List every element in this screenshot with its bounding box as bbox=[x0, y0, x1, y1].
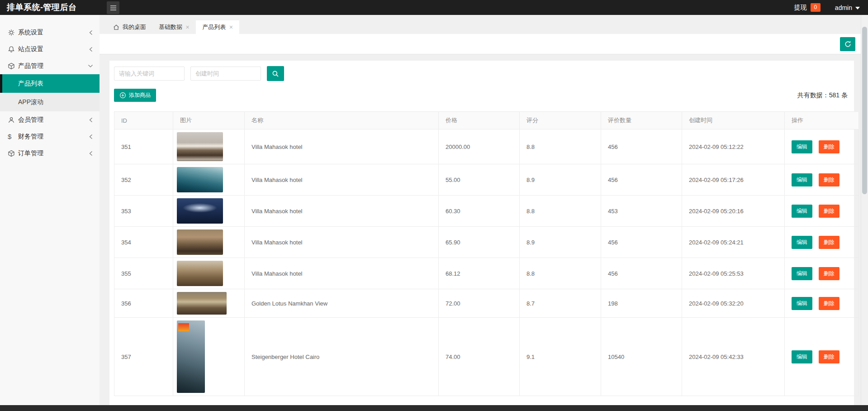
cell-name: Villa Mahasok hotel bbox=[245, 164, 439, 196]
cell-image bbox=[173, 129, 245, 164]
search-icon bbox=[272, 70, 279, 77]
tab-label: 产品列表 bbox=[202, 20, 226, 34]
username: admin bbox=[835, 4, 852, 11]
user-icon bbox=[8, 111, 15, 128]
sidebar-item-label: 系统设置 bbox=[18, 29, 43, 36]
cell-price: 65.90 bbox=[439, 227, 520, 258]
edit-button[interactable]: 编辑 bbox=[792, 236, 812, 249]
cell-image bbox=[173, 318, 245, 396]
cell-name: Villa Mahasok hotel bbox=[245, 227, 439, 258]
cube-icon bbox=[8, 57, 15, 74]
vertical-scrollbar bbox=[861, 15, 868, 405]
sidebar-item-product-management[interactable]: 产品管理 bbox=[0, 57, 100, 74]
chevron-left-icon bbox=[89, 24, 93, 41]
delete-button[interactable]: 删除 bbox=[819, 173, 840, 186]
cell-created: 2024-02-09 05:42:33 bbox=[682, 318, 785, 396]
tabbar: 我的桌面 基础数据 ✕ 产品列表 ✕ bbox=[100, 15, 861, 34]
topbar: 排单系统-管理后台 提现 0 admin bbox=[0, 0, 868, 15]
product-image bbox=[177, 132, 223, 161]
tab-my-desktop[interactable]: 我的桌面 bbox=[107, 20, 152, 34]
product-image bbox=[177, 292, 227, 315]
product-image bbox=[177, 167, 223, 192]
chevron-down-icon bbox=[88, 57, 93, 74]
delete-button[interactable]: 删除 bbox=[819, 297, 840, 310]
edit-button[interactable]: 编辑 bbox=[792, 205, 812, 218]
cell-reviews: 10540 bbox=[601, 318, 682, 396]
cell-score: 8.9 bbox=[520, 164, 601, 196]
app-title: 排单系统-管理后台 bbox=[7, 0, 77, 15]
delete-button[interactable]: 删除 bbox=[819, 350, 840, 363]
cell-id: 352 bbox=[114, 164, 173, 196]
delete-button[interactable]: 删除 bbox=[819, 236, 840, 249]
cell-actions: 编辑 删除 bbox=[785, 289, 859, 318]
delete-button[interactable]: 删除 bbox=[819, 140, 840, 153]
cell-score: 8.8 bbox=[520, 129, 601, 164]
withdraw-badge: 0 bbox=[811, 3, 821, 12]
actions-row: 添加商品 共有数据：581 条 bbox=[114, 89, 849, 102]
cell-created: 2024-02-09 05:12:22 bbox=[682, 129, 785, 164]
table-header: ID 图片 名称 价格 评分 评价数量 创建时间 操作 bbox=[114, 112, 859, 129]
tab-basic-data[interactable]: 基础数据 ✕ bbox=[152, 20, 196, 34]
created-time-input[interactable] bbox=[190, 67, 261, 81]
sidebar-subitem-product-list[interactable]: 产品列表 bbox=[0, 74, 100, 93]
product-submenu: 产品列表 APP滚动 bbox=[0, 74, 100, 111]
cell-reviews: 456 bbox=[601, 129, 682, 164]
search-row bbox=[114, 66, 849, 81]
cell-actions: 编辑 删除 bbox=[785, 318, 859, 396]
caret-down-icon bbox=[855, 7, 860, 10]
edit-button[interactable]: 编辑 bbox=[792, 350, 812, 363]
sidebar-item-label: 会员管理 bbox=[18, 116, 43, 123]
sidebar-item-site-settings[interactable]: 站点设置 bbox=[0, 41, 100, 57]
product-image bbox=[177, 320, 205, 393]
edit-button[interactable]: 编辑 bbox=[792, 140, 812, 153]
cell-id: 353 bbox=[114, 196, 173, 227]
cell-created: 2024-02-09 05:20:16 bbox=[682, 196, 785, 227]
chevron-left-icon bbox=[89, 145, 93, 162]
edit-button[interactable]: 编辑 bbox=[792, 297, 812, 310]
add-product-label: 添加商品 bbox=[129, 91, 151, 99]
products-table: ID 图片 名称 价格 评分 评价数量 创建时间 操作 351 Villa Ma… bbox=[114, 111, 859, 396]
user-menu[interactable]: admin bbox=[835, 4, 860, 11]
total-count-text: 共有数据：581 条 bbox=[797, 91, 849, 100]
sidebar-item-label: 订单管理 bbox=[18, 149, 43, 157]
withdraw-link[interactable]: 提现 0 bbox=[794, 3, 821, 12]
sidebar-item-finance-management[interactable]: $ 财务管理 bbox=[0, 128, 100, 145]
scrollbar-thumb[interactable] bbox=[862, 27, 867, 194]
table-row: 351 Villa Mahasok hotel 20000.00 8.8 456… bbox=[114, 129, 859, 164]
delete-button[interactable]: 删除 bbox=[819, 205, 840, 218]
chevron-left-icon bbox=[89, 111, 93, 128]
sidebar: 系统设置 站点设置 产品管理 产品列表 bbox=[0, 15, 100, 405]
cell-image bbox=[173, 289, 245, 318]
sidebar-subitem-app-scroll[interactable]: APP滚动 bbox=[0, 93, 100, 111]
keyword-input[interactable] bbox=[114, 67, 185, 81]
cell-actions: 编辑 删除 bbox=[785, 227, 859, 258]
edit-button[interactable]: 编辑 bbox=[792, 267, 812, 280]
tab-product-list[interactable]: 产品列表 ✕ bbox=[196, 20, 239, 34]
home-icon bbox=[113, 24, 119, 30]
edit-button[interactable]: 编辑 bbox=[792, 173, 812, 186]
add-product-button[interactable]: 添加商品 bbox=[114, 89, 156, 102]
sidebar-item-label: 站点设置 bbox=[18, 45, 43, 53]
sidebar-item-system-settings[interactable]: 系统设置 bbox=[0, 24, 100, 41]
sidebar-item-order-management[interactable]: 订单管理 bbox=[0, 145, 100, 162]
sidebar-subitem-label: 产品列表 bbox=[18, 80, 43, 87]
sidebar-item-member-management[interactable]: 会员管理 bbox=[0, 111, 100, 128]
product-image bbox=[177, 261, 223, 286]
table-row: 356 Golden Lotus Namkhan View 72.00 8.7 … bbox=[114, 289, 859, 318]
refresh-button[interactable] bbox=[840, 37, 855, 51]
menu-toggle-button[interactable] bbox=[107, 1, 119, 14]
delete-button[interactable]: 删除 bbox=[819, 267, 840, 280]
table-row: 357 Steigenberger Hotel Cairo 74.00 9.1 … bbox=[114, 318, 859, 396]
bell-icon bbox=[8, 41, 15, 57]
cell-name: Steigenberger Hotel Cairo bbox=[245, 318, 439, 396]
cell-created: 2024-02-09 05:25:53 bbox=[682, 258, 785, 289]
cell-price: 74.00 bbox=[439, 318, 520, 396]
cell-id: 351 bbox=[114, 129, 173, 164]
table-row: 354 Villa Mahasok hotel 65.90 8.9 456 20… bbox=[114, 227, 859, 258]
hamburger-icon bbox=[110, 5, 117, 11]
close-icon[interactable]: ✕ bbox=[229, 25, 233, 30]
search-button[interactable] bbox=[267, 66, 284, 81]
cell-price: 55.00 bbox=[439, 164, 520, 196]
cell-reviews: 198 bbox=[601, 289, 682, 318]
close-icon[interactable]: ✕ bbox=[185, 25, 190, 30]
